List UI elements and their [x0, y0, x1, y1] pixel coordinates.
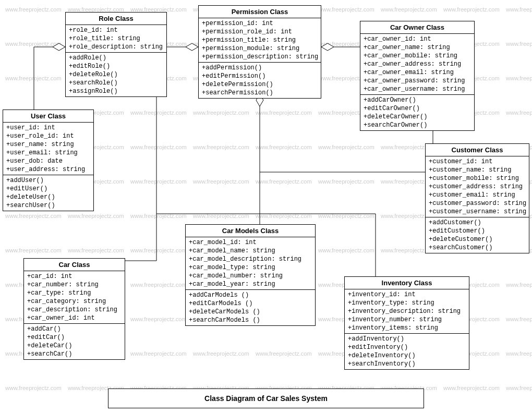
class-member: +permission_title: string	[202, 36, 318, 44]
class-member: +inventory_description: string	[348, 307, 466, 315]
class-member: +permission_id: int	[202, 19, 318, 28]
class-member: +car_category: string	[27, 297, 122, 306]
class-member: +car_model_type: string	[189, 263, 312, 272]
class-member: +role_title: string	[69, 34, 163, 43]
class-member: +permission_role_id: int	[202, 28, 318, 36]
class-member: +deleteCar()	[27, 342, 122, 350]
class-member: +car_owner_id: int	[27, 314, 122, 322]
class-member: +deleteCarOwner()	[364, 113, 471, 121]
class-permission: Permission Class +permission_id: int+per…	[198, 5, 321, 99]
class-member: +car_model_description: string	[189, 255, 312, 263]
class-member: +car_owner_password: string	[364, 77, 471, 85]
class-member: +permission_module: string	[202, 44, 318, 53]
class-member: +inventory_type: string	[348, 299, 466, 307]
class-member: +customer_name: string	[429, 166, 526, 174]
class-member: +customer_username: string	[429, 208, 526, 216]
class-member: +inventory_id: int	[348, 290, 466, 299]
class-member: +assignRole()	[69, 87, 163, 95]
class-member: +customer_email: string	[429, 191, 526, 199]
class-member: +car_type: string	[27, 289, 122, 297]
class-attrs: +car_model_id: int+car_model_name: strin…	[186, 237, 315, 290]
class-member: +deletePermission()	[202, 80, 318, 89]
class-member: +user_email: string	[6, 149, 90, 157]
class-member: +searchUser()	[6, 201, 90, 210]
class-attrs: +car_id: int+car_number: string+car_type…	[24, 271, 125, 324]
class-member: +car_model_id: int	[189, 238, 312, 247]
class-member: +car_owner_id: int	[364, 35, 471, 43]
class-member: +car_owner_username: string	[364, 85, 471, 93]
class-member: +car_model_name: string	[189, 247, 312, 255]
class-member: +inventory_number: string	[348, 315, 466, 324]
class-member: +role_description: string	[69, 43, 163, 51]
class-role: Role Class +role_id: int+role_title: str…	[65, 12, 167, 97]
class-inventory: Inventory Class +inventory_id: int+inven…	[344, 276, 469, 370]
class-ops: +addPermission()+editPermission()+delete…	[199, 63, 321, 98]
class-member: +addCarModels ()	[189, 291, 312, 299]
class-member: +inventory_items: string	[348, 324, 466, 332]
class-member: +editPermission()	[202, 72, 318, 80]
class-attrs: +role_id: int+role_title: string+role_de…	[66, 25, 166, 53]
class-member: +editCarOwner()	[364, 104, 471, 113]
class-member: +addCarOwner()	[364, 96, 471, 104]
class-member: +searchPermission()	[202, 89, 318, 97]
class-member: +car_owner_name: string	[364, 43, 471, 52]
class-member: +searchRole()	[69, 79, 163, 87]
class-member: +customer_password: string	[429, 199, 526, 208]
class-member: +role_id: int	[69, 26, 163, 34]
class-member: +addCustomer()	[429, 218, 526, 227]
class-member: +car_owner_address: string	[364, 60, 471, 68]
class-member: +user_address: string	[6, 165, 90, 174]
class-ops: +addRole()+editRole()+deleteRole()+searc…	[66, 53, 166, 96]
class-title: Permission Class	[199, 6, 321, 18]
class-carmodels: Car Models Class +car_model_id: int+car_…	[185, 224, 316, 326]
class-member: +customer_id: int	[429, 157, 526, 166]
class-attrs: +car_owner_id: int+car_owner_name: strin…	[360, 34, 474, 95]
class-member: +user_id: int	[6, 124, 90, 132]
class-title: User Class	[3, 110, 93, 123]
class-member: +customer_mobile: string	[429, 174, 526, 183]
class-ops: +addCustomer()+editCustomer()+deleteCust…	[426, 217, 529, 253]
class-ops: +addCar()+editCar()+deleteCar()+searchCa…	[24, 324, 125, 359]
class-ops: +addCarModels ()+editCarModels ()+delete…	[186, 290, 315, 325]
class-member: +addUser()	[6, 176, 90, 185]
class-member: +car_description: string	[27, 306, 122, 314]
class-title: Inventory Class	[345, 277, 469, 289]
class-user: User Class +user_id: int+user_role_id: i…	[3, 110, 94, 211]
class-member: +deleteUser()	[6, 193, 90, 201]
class-member: +addRole()	[69, 54, 163, 62]
class-member: +searchInventory()	[348, 360, 466, 368]
class-attrs: +inventory_id: int+inventory_type: strin…	[345, 289, 469, 334]
class-title: Role Class	[66, 13, 166, 25]
class-member: +searchCar()	[27, 350, 122, 358]
class-member: +editRole()	[69, 62, 163, 70]
class-member: +user_dob: date	[6, 157, 90, 165]
class-ops: +addInventory()+editInventory()+deleteIn…	[345, 334, 469, 369]
class-member: +searchCarModels ()	[189, 316, 312, 324]
class-attrs: +user_id: int+user_role_id: int+user_nam…	[3, 123, 93, 175]
class-member: +car_id: int	[27, 272, 122, 281]
class-title: Car Class	[24, 259, 125, 271]
class-member: +editCustomer()	[429, 227, 526, 235]
class-ops: +addUser()+editUser()+deleteUser()+searc…	[3, 175, 93, 211]
diagram-title: Class Diagram of Car Sales System	[108, 388, 424, 408]
class-member: +addCar()	[27, 325, 122, 333]
class-member: +car_model_year: string	[189, 280, 312, 288]
class-car: Car Class +car_id: int+car_number: strin…	[23, 258, 125, 360]
class-title: Car Models Class	[186, 225, 315, 237]
class-member: +editUser()	[6, 185, 90, 193]
class-member: +deleteInventory()	[348, 351, 466, 360]
class-attrs: +permission_id: int+permission_role_id: …	[199, 18, 321, 63]
class-member: +car_number: string	[27, 281, 122, 289]
class-title: Car Owner Class	[360, 21, 474, 34]
class-member: +user_role_id: int	[6, 132, 90, 140]
class-member: +addInventory()	[348, 335, 466, 343]
class-ops: +addCarOwner()+editCarOwner()+deleteCarO…	[360, 95, 474, 130]
class-attrs: +customer_id: int+customer_name: string+…	[426, 156, 529, 217]
class-member: +car_owner_mobile: string	[364, 52, 471, 60]
class-title: Customer Class	[426, 144, 529, 156]
class-member: +searchCarOwner()	[364, 121, 471, 129]
class-member: +customer_address: string	[429, 183, 526, 191]
class-member: +deleteCarModels ()	[189, 308, 312, 316]
class-member: +permission_description: string	[202, 53, 318, 61]
class-member: +user_name: string	[6, 140, 90, 149]
